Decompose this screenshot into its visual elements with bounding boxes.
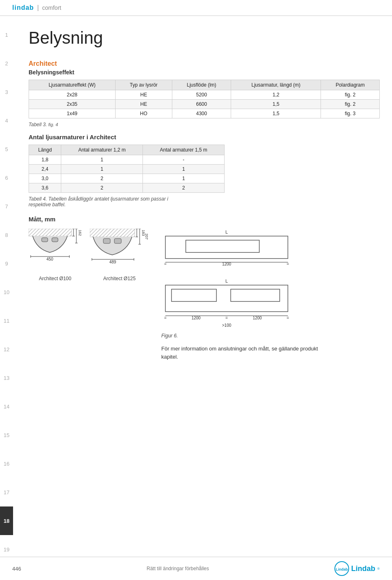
footer-logo: Lindab Lindab ® (334, 561, 380, 576)
col-header-langd: Ljusarmatur, längd (m) (231, 80, 321, 90)
diagram-o100-label: Architect Ø100 (39, 276, 71, 281)
svg-text:=: = (287, 316, 289, 320)
svg-rect-34 (186, 240, 259, 252)
diagrams-container: 162 184 450 (29, 229, 380, 361)
side-num-10: 10 (0, 278, 13, 306)
page-title: Belysning (29, 28, 380, 48)
cell-antal-15: 1 (143, 165, 225, 174)
side-num-13: 13 (0, 364, 13, 392)
right-figures: L = 1200 = L (161, 229, 380, 361)
info-text: För mer information om anslutningar och … (161, 345, 325, 361)
svg-rect-27 (114, 239, 121, 243)
cell-effekt: 1x49 (29, 109, 116, 118)
matt-title: Mått, mm (29, 216, 380, 223)
logo-divider: | (37, 4, 39, 11)
cell-langd: 3,0 (29, 174, 61, 183)
side-num-2: 2 (0, 49, 13, 78)
col-antal-15: Antal armaturer 1,5 m (143, 145, 225, 155)
svg-text:450: 450 (47, 257, 53, 261)
cell-langd: 1,8 (29, 155, 61, 165)
section-antal-title: Antal ljusarmaturer i Architect (29, 134, 380, 141)
svg-rect-11 (52, 238, 58, 242)
svg-rect-1 (29, 229, 71, 236)
cell-antal-15: 2 (143, 183, 225, 193)
cell-antal-15: 1 (143, 174, 225, 183)
svg-text:=: = (225, 316, 228, 320)
cell-langd: 1,2 (231, 90, 321, 100)
diagram-o125: 183 207 489 (90, 229, 149, 281)
side-num-1: 1 (0, 20, 13, 49)
section-antal: Antal ljusarmaturer i Architect Längd An… (29, 134, 380, 207)
svg-text:1200: 1200 (192, 316, 201, 320)
table3-note: Tabell 3. fig. 4 (29, 122, 380, 127)
side-num-4: 4 (0, 106, 13, 135)
svg-text:>100: >100 (222, 323, 232, 328)
col-header-effekt: Ljusarmatureffekt (W) (29, 80, 116, 90)
section-title-architect: Architect (29, 60, 380, 67)
side-num-16: 16 (0, 449, 13, 478)
cell-polar: fig. 2 (321, 90, 380, 100)
footer-page-number: 446 (12, 566, 21, 572)
logo-comfort: comfort (42, 4, 61, 11)
diagram-o125-label: Architect Ø125 (103, 276, 136, 281)
cell-flode: 5200 (172, 90, 231, 100)
figure-bottom-svg: L = 1200 = 1200 = >100 (161, 278, 292, 331)
diagram-o125-svg: 183 207 489 (90, 229, 149, 274)
table4-note: Tabell 4. Tabellen åskådliggör antalet l… (29, 196, 184, 207)
side-num-7: 7 (0, 192, 13, 221)
side-num-18: 18 (0, 506, 13, 535)
figure-top-svg: L = 1200 = (161, 229, 292, 274)
cell-langd: 1,5 (231, 109, 321, 118)
svg-text:489: 489 (109, 260, 116, 264)
svg-rect-10 (42, 238, 48, 242)
registered-icon: ® (377, 567, 380, 571)
cell-flode: 6600 (172, 100, 231, 109)
svg-text:=: = (164, 316, 167, 320)
svg-text:1200: 1200 (222, 262, 232, 266)
svg-rect-17 (90, 229, 135, 237)
diagram-o100-svg: 162 184 450 (29, 229, 82, 274)
subsection-belysningseffekt: Belysningseffekt (29, 69, 380, 76)
side-num-11: 11 (0, 306, 13, 335)
cell-polar: fig. 2 (321, 100, 380, 109)
svg-text:184: 184 (81, 233, 82, 239)
logo-lindab: lindab (12, 4, 34, 11)
side-num-8: 8 (0, 221, 13, 249)
footer-center-text: Rätt till ändringar förbehålles (147, 566, 209, 571)
cell-effekt: 2x35 (29, 100, 116, 109)
cell-langd: 1,5 (231, 100, 321, 109)
table-row: 1x49 HO 4300 1,5 fig. 3 (29, 109, 380, 118)
cell-flode: 4300 (172, 109, 231, 118)
cell-typ: HE (116, 90, 172, 100)
side-num-12: 12 (0, 335, 13, 364)
diagram-o100: 162 184 450 (29, 229, 82, 281)
side-num-6: 6 (0, 163, 13, 192)
matt-section: Mått, mm (29, 216, 380, 361)
svg-rect-41 (172, 289, 216, 301)
cell-effekt: 2x28 (29, 90, 116, 100)
svg-rect-26 (103, 239, 110, 243)
table-row: 2,4 1 1 (29, 165, 225, 174)
section-architect: Architect Belysningseffekt Ljusarmaturef… (29, 60, 380, 127)
side-num-15: 15 (0, 421, 13, 449)
cell-antal-12: 2 (61, 174, 143, 183)
table-row: 3,0 2 1 (29, 174, 225, 183)
col-header-polar: Polardiagram (321, 80, 380, 90)
col-langd: Längd (29, 145, 61, 155)
cell-antal-12: 1 (61, 155, 143, 165)
figure-caption: Figur 6. (161, 333, 380, 339)
svg-text:1200: 1200 (253, 316, 262, 320)
cell-polar: fig. 3 (321, 109, 380, 118)
page-footer: 446 Rätt till ändringar förbehålles Lind… (0, 557, 392, 580)
col-header-typ: Typ av lysrör (116, 80, 172, 90)
footer-logo-text: Lindab (351, 564, 375, 573)
col-antal-12: Antal armaturer 1,2 m (61, 145, 143, 155)
cell-antal-12: 1 (61, 165, 143, 174)
col-header-ljusflode: Ljusflöde (lm) (172, 80, 231, 90)
cell-langd: 3,6 (29, 183, 61, 193)
main-content: Belysning Architect Belysningseffekt Lju… (20, 16, 392, 369)
side-num-5: 5 (0, 135, 13, 163)
left-diagrams: 162 184 450 (29, 229, 149, 281)
svg-text:=: = (287, 262, 289, 266)
svg-text:L: L (225, 230, 228, 234)
